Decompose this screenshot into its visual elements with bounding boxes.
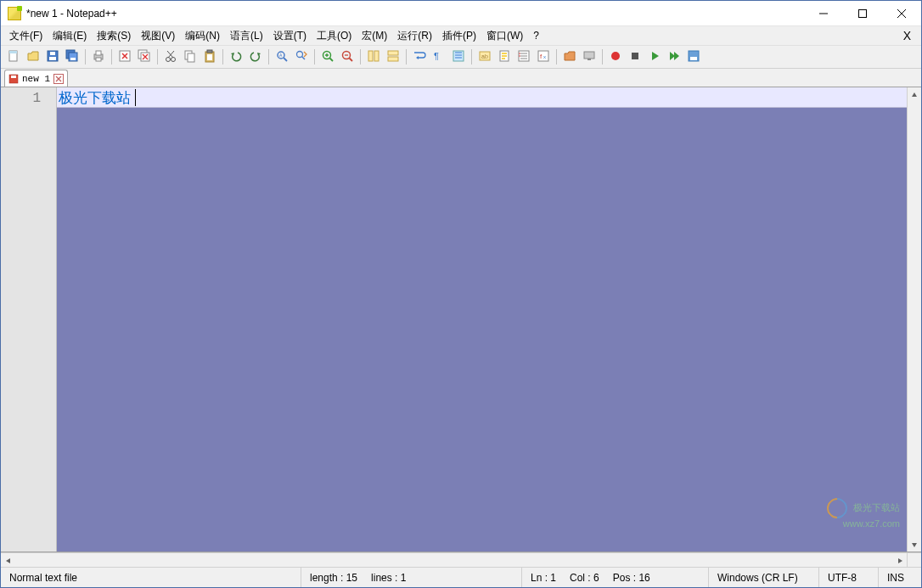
menu-item-3[interactable]: 视图(V)	[136, 27, 180, 45]
func-list-button[interactable]: fx	[534, 48, 553, 66]
tab-close-button[interactable]	[53, 74, 64, 84]
svg-rect-47	[690, 57, 697, 60]
save-all-button[interactable]	[63, 48, 82, 66]
menu-item-1[interactable]: 编辑(E)	[48, 27, 92, 45]
undo-icon	[229, 49, 243, 65]
toolbar-separator	[85, 49, 86, 64]
cut-button[interactable]	[161, 48, 180, 66]
vertical-scrollbar[interactable]	[907, 87, 921, 552]
zoom-in-button[interactable]	[318, 48, 337, 66]
indent-guide-button[interactable]	[449, 48, 468, 66]
close-all-icon	[138, 49, 151, 65]
func-list-icon: fx	[537, 49, 550, 65]
minimize-button[interactable]	[804, 1, 843, 26]
menu-item-0[interactable]: 文件(F)	[4, 27, 48, 45]
status-eol[interactable]: Windows (CR LF)	[709, 568, 819, 587]
new-file-button[interactable]	[4, 48, 23, 66]
status-length: length : 15	[310, 572, 357, 584]
horizontal-scrollbar[interactable]	[1, 552, 907, 567]
tab-new-1[interactable]: new 1	[4, 70, 68, 87]
hscroll-track[interactable]	[15, 553, 892, 567]
menu-item-7[interactable]: 工具(O)	[312, 27, 357, 45]
hscroll-row	[1, 552, 921, 567]
toolbar-separator	[111, 49, 112, 64]
sync-v-icon	[367, 49, 380, 65]
menu-item-8[interactable]: 宏(M)	[357, 27, 392, 45]
tab-label: new 1	[22, 74, 50, 84]
wrap-button[interactable]	[410, 48, 429, 66]
close-button[interactable]	[115, 48, 134, 66]
copy-button[interactable]	[181, 48, 200, 66]
redo-icon	[249, 49, 262, 65]
zoom-out-button[interactable]	[338, 48, 357, 66]
scroll-down-button[interactable]	[908, 537, 921, 552]
app-icon	[8, 7, 21, 20]
toolbar-separator	[360, 49, 361, 64]
scroll-right-button[interactable]	[892, 553, 907, 568]
toolbar: A¶abfx	[1, 45, 921, 69]
window-controls	[804, 1, 921, 26]
play-icon	[648, 49, 661, 65]
scroll-track[interactable]	[908, 102, 921, 537]
save-button[interactable]	[43, 48, 62, 66]
toolbar-separator	[556, 49, 557, 64]
replace-button[interactable]	[292, 48, 311, 66]
play-multi-button[interactable]	[665, 48, 683, 66]
menu-item-11[interactable]: 窗口(W)	[481, 27, 528, 45]
doc-list-button[interactable]	[514, 48, 533, 66]
status-length-lines: length : 15 lines : 1	[301, 568, 522, 587]
menu-item-10[interactable]: 插件(P)	[437, 27, 481, 45]
maximize-button[interactable]	[843, 1, 882, 26]
open-file-button[interactable]	[24, 48, 42, 66]
sync-h-button[interactable]	[384, 48, 402, 66]
svg-point-24	[297, 51, 303, 57]
toolbar-separator	[406, 49, 407, 64]
status-encoding[interactable]: UTF-8	[819, 568, 879, 587]
scroll-left-button[interactable]	[1, 553, 15, 568]
window-title: *new 1 - Notepad++	[26, 8, 804, 20]
all-chars-button[interactable]: ¶	[430, 48, 448, 66]
svg-rect-2	[9, 51, 17, 53]
status-mode[interactable]: INS	[879, 568, 921, 587]
status-position: Ln : 1 Col : 6 Pos : 16	[522, 568, 709, 587]
print-button[interactable]	[89, 48, 108, 66]
stop-button[interactable]	[626, 48, 644, 66]
menubar-close-x[interactable]: X	[897, 29, 918, 42]
play-button[interactable]	[645, 48, 664, 66]
sync-v-button[interactable]	[364, 48, 383, 66]
text-editor[interactable]: 极光下载站 极光下载站 www.xz7.com	[57, 87, 907, 552]
open-file-icon	[26, 49, 40, 65]
menu-item-4[interactable]: 编码(N)	[180, 27, 225, 45]
doc-list-icon	[517, 49, 531, 65]
menu-item-9[interactable]: 运行(R)	[392, 27, 437, 45]
svg-point-16	[171, 57, 176, 61]
status-filetype: Normal text file	[1, 568, 301, 587]
doc-map-button[interactable]	[495, 48, 514, 66]
menu-item-6[interactable]: 设置(T)	[268, 27, 312, 45]
scroll-up-button[interactable]	[908, 87, 921, 102]
redo-button[interactable]	[246, 48, 265, 66]
lang-button[interactable]: ab	[475, 48, 494, 66]
stop-icon	[628, 49, 642, 65]
line-1-text: 极光下载站	[59, 88, 131, 108]
save-macro-icon	[687, 49, 700, 65]
undo-button[interactable]	[227, 48, 245, 66]
menu-item-12[interactable]: ?	[528, 28, 544, 43]
close-all-button[interactable]	[135, 48, 154, 66]
record-button[interactable]	[606, 48, 625, 66]
current-line-highlight	[57, 87, 907, 108]
save-macro-button[interactable]	[684, 48, 703, 66]
svg-rect-0	[859, 9, 867, 17]
editor-area: 1 极光下载站 极光下载站 www.xz7.com	[1, 87, 921, 552]
svg-rect-28	[374, 51, 379, 61]
menu-item-5[interactable]: 语言(L)	[225, 27, 268, 45]
statusbar: Normal text file length : 15 lines : 1 L…	[1, 567, 921, 587]
find-button[interactable]: A	[273, 48, 291, 66]
scroll-corner	[907, 552, 921, 567]
paste-button[interactable]	[200, 48, 219, 66]
menu-item-2[interactable]: 搜索(S)	[92, 27, 136, 45]
wrap-icon	[413, 49, 426, 65]
monitor-button[interactable]	[580, 48, 599, 66]
close-button[interactable]	[882, 1, 921, 26]
folder-button[interactable]	[560, 48, 579, 66]
